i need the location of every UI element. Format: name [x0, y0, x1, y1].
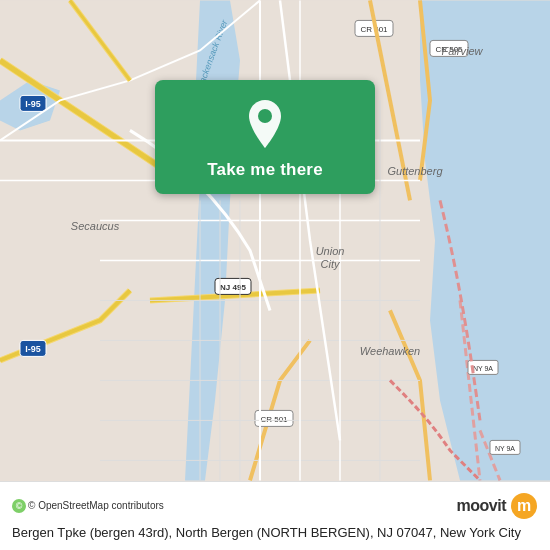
take-me-there-button[interactable]: Take me there: [207, 160, 323, 180]
svg-text:NY 9A: NY 9A: [495, 445, 515, 452]
svg-text:I-95: I-95: [25, 344, 41, 354]
svg-text:Guttenberg: Guttenberg: [387, 165, 443, 177]
moovit-logo: moovit m: [457, 492, 538, 520]
svg-point-43: [258, 109, 272, 123]
osm-circle-icon: ©: [12, 499, 26, 513]
app: I-95 NJ 495 I-95 CR 501 CR 505 CR 501: [0, 0, 550, 550]
osm-attribution-text: © OpenStreetMap contributors: [28, 500, 164, 511]
svg-text:NJ 495: NJ 495: [220, 283, 246, 292]
svg-text:I-95: I-95: [25, 99, 41, 109]
svg-text:City: City: [321, 258, 341, 270]
attribution-row: © © OpenStreetMap contributors moovit m: [12, 492, 538, 520]
svg-text:NY 9A: NY 9A: [473, 365, 493, 372]
bottom-bar: © © OpenStreetMap contributors moovit m …: [0, 481, 550, 550]
svg-text:Union: Union: [316, 245, 345, 257]
location-pin-icon: [243, 98, 287, 150]
take-me-there-card[interactable]: Take me there: [155, 80, 375, 194]
moovit-icon: m: [510, 492, 538, 520]
svg-text:Secaucus: Secaucus: [71, 220, 120, 232]
svg-text:m: m: [517, 497, 531, 514]
map-container: I-95 NJ 495 I-95 CR 501 CR 505 CR 501: [0, 0, 550, 481]
osm-logo: © © OpenStreetMap contributors: [12, 499, 164, 513]
svg-text:Fairview: Fairview: [442, 45, 484, 57]
moovit-brand-text: moovit: [457, 497, 506, 515]
map-background: I-95 NJ 495 I-95 CR 501 CR 505 CR 501: [0, 0, 550, 481]
svg-text:Weehawken: Weehawken: [360, 345, 420, 357]
address-text: Bergen Tpke (bergen 43rd), North Bergen …: [12, 524, 538, 542]
